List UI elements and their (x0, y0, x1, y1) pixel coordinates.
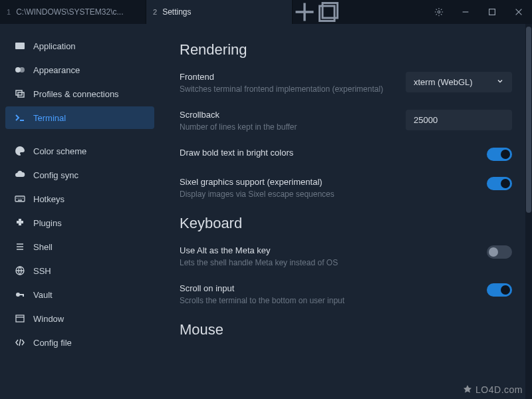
sidebar-item-label: Config sync (33, 170, 78, 180)
palette-icon (15, 146, 25, 156)
sidebar-item-vault[interactable]: Vault (5, 283, 154, 306)
setting-label: Use Alt as the Meta key (180, 245, 473, 255)
appearance-icon (15, 65, 25, 75)
svg-rect-4 (15, 43, 25, 49)
sidebar-item-application[interactable]: Application (5, 35, 154, 57)
settings-content: Rendering Frontend Switches terminal fro… (160, 24, 532, 399)
setting-scroll-input: Scroll on input Scrolls the terminal to … (180, 283, 512, 305)
svg-rect-14 (16, 315, 24, 322)
scrollbar-thumb[interactable] (526, 27, 531, 213)
windows-tabs-icon[interactable] (317, 0, 340, 24)
setting-description: Number of lines kept in the buffer (180, 122, 392, 132)
sidebar-item-label: Profiles & connections (33, 89, 119, 99)
watermark: LO4D.com (462, 384, 523, 395)
chevron-down-icon (496, 77, 504, 87)
svg-point-6 (19, 67, 25, 72)
section-rendering-title: Rendering (180, 41, 512, 59)
sidebar-item-appearance[interactable]: Appearance (5, 59, 154, 81)
window-icon (15, 313, 25, 324)
sidebar-item-ssh[interactable]: SSH (5, 259, 154, 282)
minimize-button[interactable] (452, 0, 479, 24)
cloud-icon (15, 170, 25, 180)
tab-index: 2 (153, 8, 157, 16)
setting-label: Sixel graphics support (experimental) (180, 177, 473, 187)
alt-meta-toggle[interactable] (487, 245, 512, 259)
bold-bright-toggle[interactable] (487, 148, 512, 161)
sidebar-item-label: Plugins (33, 218, 62, 228)
setting-alt-meta: Use Alt as the Meta key Lets the shell h… (180, 245, 512, 267)
new-tab-button[interactable] (293, 0, 317, 24)
puzzle-icon (15, 217, 25, 228)
settings-gear-icon[interactable] (426, 0, 452, 24)
sidebar-item-hotkeys[interactable]: Hotkeys (5, 188, 154, 210)
keyboard-icon (15, 194, 25, 204)
terminal-icon (15, 112, 25, 123)
window-controls (426, 0, 532, 24)
sidebar-item-label: Shell (33, 242, 53, 252)
sidebar-item-config-file[interactable]: Config file (5, 331, 154, 354)
section-mouse-title: Mouse (180, 321, 512, 338)
tab-title: C:\WINDOWS\SYSTEM32\c... (16, 7, 123, 17)
titlebar: 1 C:\WINDOWS\SYSTEM32\c... 2 Settings (0, 0, 532, 24)
scroll-input-toggle[interactable] (487, 283, 512, 297)
application-icon (15, 41, 25, 51)
tab-settings[interactable]: 2 Settings (146, 0, 293, 24)
svg-point-2 (438, 11, 440, 13)
tab-title: Settings (162, 7, 191, 17)
sidebar-item-label: Application (33, 41, 76, 51)
tab-terminal[interactable]: 1 C:\WINDOWS\SYSTEM32\c... (0, 0, 146, 24)
setting-sixel: Sixel graphics support (experimental) Di… (180, 177, 512, 199)
sidebar-item-color-scheme[interactable]: Color scheme (5, 140, 154, 162)
setting-description: Lets the shell handle Meta key instead o… (180, 258, 473, 267)
maximize-button[interactable] (479, 0, 505, 24)
sidebar-item-label: Window (33, 314, 64, 324)
close-button[interactable] (505, 0, 532, 24)
setting-label: Scrollback (180, 110, 392, 120)
setting-frontend: Frontend Switches terminal frontend impl… (180, 72, 512, 94)
setting-label: Scroll on input (180, 283, 473, 293)
sidebar-item-profiles[interactable]: Profiles & connections (5, 82, 154, 105)
sidebar-item-label: Color scheme (33, 146, 86, 156)
setting-label: Frontend (180, 72, 392, 82)
tab-index: 1 (7, 8, 11, 16)
setting-description: Switches terminal frontend implementatio… (180, 84, 392, 94)
svg-rect-3 (489, 9, 495, 15)
sidebar-item-config-sync[interactable]: Config sync (5, 164, 154, 186)
sixel-toggle[interactable] (487, 177, 512, 190)
sidebar-item-label: SSH (33, 266, 51, 276)
sidebar-item-terminal[interactable]: Terminal (5, 106, 154, 129)
setting-scrollback: Scrollback Number of lines kept in the b… (180, 110, 512, 132)
svg-rect-9 (15, 196, 25, 201)
profiles-icon (15, 88, 25, 99)
setting-description: Display images via Sixel escape sequence… (180, 190, 473, 199)
sidebar-item-label: Vault (33, 290, 53, 300)
list-icon (15, 241, 25, 252)
sidebar-item-label: Terminal (33, 113, 66, 123)
frontend-select[interactable]: xterm (WebGL) (406, 72, 512, 92)
setting-description: Scrolls the terminal to the bottom on us… (180, 296, 473, 305)
sidebar-item-label: Hotkeys (33, 194, 65, 204)
setting-label: Draw bold text in bright colors (180, 148, 473, 158)
section-keyboard-title: Keyboard (180, 215, 512, 232)
select-value: xterm (WebGL) (414, 77, 473, 87)
sidebar-item-plugins[interactable]: Plugins (5, 211, 154, 234)
sidebar-item-label: Config file (33, 338, 72, 348)
svg-rect-13 (23, 294, 24, 297)
sidebar-item-shell[interactable]: Shell (5, 235, 154, 258)
sidebar-item-window[interactable]: Window (5, 307, 154, 330)
setting-bold-bright: Draw bold text in bright colors (180, 148, 512, 161)
sidebar-item-label: Appearance (33, 65, 80, 75)
settings-sidebar: Application Appearance Profiles & connec… (0, 24, 160, 399)
code-icon (15, 337, 25, 348)
globe-icon (15, 265, 25, 276)
key-icon (15, 289, 25, 300)
scrollback-input[interactable] (406, 110, 512, 130)
